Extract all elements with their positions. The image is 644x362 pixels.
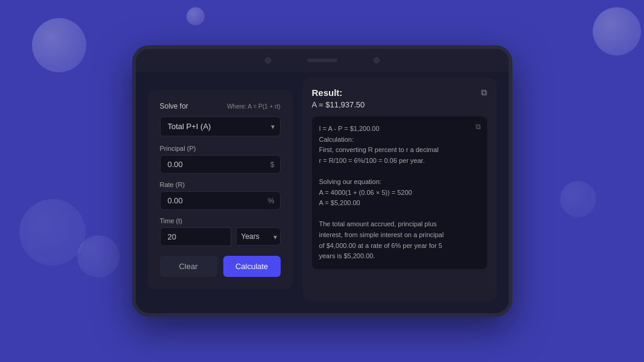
- principal-input[interactable]: [160, 155, 281, 174]
- bg-orb-2: [187, 7, 205, 25]
- rate-input[interactable]: [160, 191, 281, 210]
- calculator-panel: Solve for Where: A = P(1 + rt) Total P+I…: [148, 90, 293, 289]
- result-detail-box: ⧉ I = A - P = $1,200.00 Calculation: Fir…: [312, 116, 487, 269]
- tablet: Solve for Where: A = P(1 + rt) Total P+I…: [132, 45, 512, 317]
- bg-orb-4: [19, 199, 86, 265]
- solve-for-wrapper[interactable]: Total P+I (A) Principal (P) Rate (R) Tim…: [160, 116, 281, 136]
- time-label: Time (t): [160, 217, 281, 224]
- rate-field-group: Rate (R) %: [160, 181, 281, 210]
- tablet-content: Solve for Where: A = P(1 + rt) Total P+I…: [136, 72, 509, 313]
- result-title: Result:: [312, 87, 343, 98]
- solve-for-header: Solve for Where: A = P(1 + rt): [160, 102, 281, 110]
- principal-field-group: Principal (P) $: [160, 145, 281, 174]
- rate-input-wrapper: %: [160, 191, 281, 210]
- time-unit-wrapper[interactable]: Years Months Days ▾: [236, 227, 281, 246]
- solve-for-select[interactable]: Total P+I (A) Principal (P) Rate (R) Tim…: [160, 116, 281, 136]
- solve-for-label: Solve for: [160, 102, 188, 110]
- time-input[interactable]: [160, 227, 231, 246]
- bg-orb-5: [77, 235, 120, 278]
- principal-label: Principal (P): [160, 145, 281, 152]
- time-field-group: Time (t) Years Months Days ▾: [160, 217, 281, 246]
- result-main-value: A = $11,937.50: [312, 100, 487, 109]
- bg-orb-1: [32, 18, 86, 72]
- button-row: Clear Calculate: [160, 256, 281, 277]
- copy-detail-icon[interactable]: ⧉: [476, 122, 481, 131]
- time-unit-select[interactable]: Years Months Days: [236, 227, 281, 246]
- copy-result-icon[interactable]: ⧉: [481, 87, 487, 98]
- mic: [374, 57, 380, 63]
- principal-input-wrapper: $: [160, 155, 281, 174]
- result-header: Result: ⧉: [312, 87, 487, 98]
- time-input-row: Years Months Days ▾: [160, 227, 281, 246]
- formula-text: Where: A = P(1 + rt): [227, 103, 280, 110]
- result-panel: Result: ⧉ A = $11,937.50 ⧉ I = A - P = $…: [302, 78, 497, 301]
- tablet-top-bar: [136, 49, 509, 72]
- speaker: [307, 59, 337, 62]
- bg-orb-6: [560, 181, 596, 217]
- clear-button[interactable]: Clear: [160, 256, 217, 277]
- camera: [265, 57, 271, 63]
- calculate-button[interactable]: Calculate: [223, 256, 281, 277]
- result-detail-text: I = A - P = $1,200.00 Calculation: First…: [319, 124, 480, 262]
- bg-orb-3: [593, 7, 641, 56]
- rate-label: Rate (R): [160, 181, 281, 188]
